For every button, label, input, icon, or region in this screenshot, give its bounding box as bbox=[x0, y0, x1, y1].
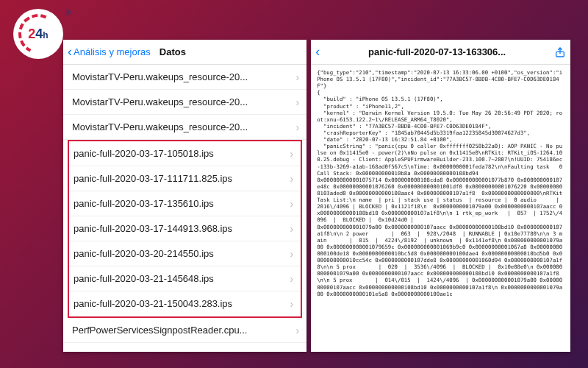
file-name: panic-full-2020-03-17-144913.968.ips bbox=[74, 223, 232, 234]
list-item[interactable]: panic-full-2020-03-20-214550.ips › bbox=[69, 241, 301, 266]
file-list: MovistarTV-Peru.wakeups_resource-20... ›… bbox=[63, 65, 306, 352]
log-header: ‹ panic-full-2020-07-13-163306... bbox=[311, 40, 570, 65]
brand-logo: 24h ® bbox=[13, 9, 63, 59]
chevron-right-icon: › bbox=[296, 121, 300, 133]
list-item[interactable]: MovistarTV-Peru.wakeups_resource-20... › bbox=[63, 65, 306, 90]
chevron-right-icon: › bbox=[290, 248, 294, 260]
list-item[interactable]: panic-full-2020-03-21-150043.283.ips › bbox=[69, 291, 301, 316]
chevron-right-icon: › bbox=[296, 325, 300, 336]
registered-icon: ® bbox=[65, 9, 71, 17]
file-name: panic-full-2020-03-17-111711.825.ips bbox=[74, 173, 232, 184]
back-button[interactable]: Análisis y mejoras bbox=[74, 46, 151, 57]
file-name: panic-full-2020-03-21-145648.ips bbox=[74, 273, 214, 284]
list-item[interactable]: panic-full-2020-03-17-144913.968.ips › bbox=[69, 216, 301, 241]
nav-bar: ‹ Análisis y mejoras Datos bbox=[63, 40, 306, 65]
chevron-right-icon: › bbox=[296, 96, 300, 108]
back-chevron-icon[interactable]: ‹ bbox=[68, 44, 72, 60]
file-name: MovistarTV-Peru.wakeups_resource-20... bbox=[72, 96, 248, 107]
file-name: panic-full-2020-03-17-135610.ips bbox=[74, 198, 214, 209]
log-title: panic-full-2020-07-13-163306... bbox=[320, 46, 554, 57]
log-panel: ‹ panic-full-2020-07-13-163306... {"bug_… bbox=[311, 40, 570, 352]
log-content: {"bug_type":"210","timestamp":"2020-07-1… bbox=[311, 65, 570, 352]
chevron-right-icon: › bbox=[290, 198, 294, 210]
file-name: panic-full-2020-03-17-105018.ips bbox=[74, 148, 214, 159]
file-name: MovistarTV-Peru.wakeups_resource-20... bbox=[72, 71, 248, 82]
chevron-right-icon: › bbox=[290, 273, 294, 285]
highlighted-files: panic-full-2020-03-17-105018.ips › panic… bbox=[68, 140, 302, 318]
list-item[interactable]: MovistarTV-Peru.wakeups_resource-20... › bbox=[63, 90, 306, 115]
chevron-right-icon: › bbox=[290, 148, 294, 160]
chevron-right-icon: › bbox=[296, 71, 300, 83]
chevron-right-icon: › bbox=[290, 298, 294, 310]
file-name: PerfPowerServicesSignpostReader.cpu... bbox=[72, 325, 247, 336]
file-list-panel: ‹ Análisis y mejoras Datos MovistarTV-Pe… bbox=[63, 40, 306, 352]
list-item[interactable]: panic-full-2020-03-21-145648.ips › bbox=[69, 266, 301, 291]
file-name: MovistarTV-Peru.wakeups_resource-20... bbox=[72, 121, 248, 132]
chevron-right-icon: › bbox=[290, 173, 294, 185]
list-item[interactable]: panic-full-2020-03-17-105018.ips › bbox=[69, 141, 301, 166]
list-item[interactable]: MovistarTV-Peru.wakeups_resource-20... › bbox=[63, 115, 306, 140]
list-item[interactable]: panic-full-2020-03-17-111711.825.ips › bbox=[69, 166, 301, 191]
logo-text: 24h bbox=[28, 26, 48, 42]
page-title: Datos bbox=[159, 46, 186, 57]
file-name: panic-full-2020-03-21-150043.283.ips bbox=[74, 298, 232, 309]
list-item[interactable]: PerfPowerServicesSignpostReader.cpu... › bbox=[63, 318, 306, 343]
share-icon[interactable] bbox=[554, 46, 566, 58]
list-item[interactable]: panic-full-2020-03-17-135610.ips › bbox=[69, 191, 301, 216]
file-name: panic-full-2020-03-20-214550.ips bbox=[74, 248, 214, 259]
chevron-right-icon: › bbox=[290, 223, 294, 235]
